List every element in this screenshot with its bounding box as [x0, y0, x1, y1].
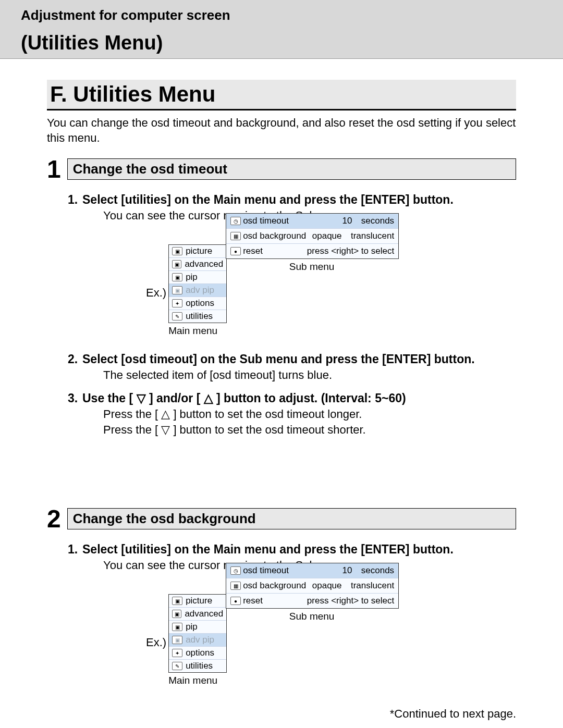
intro-text: You can change the osd timeout and backg…	[47, 116, 516, 145]
reset-icon: ●	[230, 597, 241, 605]
section-title: F. Utilities Menu	[47, 80, 516, 110]
block2-title: Change the osd background	[67, 508, 516, 529]
clock-icon: ◷	[230, 217, 241, 225]
step-2-1: 1. Select [utilities] on the Main menu a…	[68, 542, 516, 557]
step-1-2: 2. Select [osd timeout] on the Sub menu …	[68, 352, 516, 366]
pip-icon: ▣	[172, 623, 182, 631]
example-label-2: Ex.)	[146, 636, 166, 649]
clock-icon: ◷	[230, 566, 241, 575]
step-1-1: 1. Select [utilities] on the Main menu a…	[68, 193, 516, 207]
sub-menu: ◷osd timeout10 seconds ▦osd backgroundop…	[226, 213, 399, 259]
options-icon: ✦	[172, 649, 182, 657]
advanced-icon: ▣	[172, 610, 181, 618]
reset-icon: ●	[230, 247, 241, 255]
advpip-icon: ▣	[172, 286, 182, 294]
example-label: Ex.)	[146, 286, 166, 300]
bg-icon: ▦	[230, 232, 241, 240]
step-1-2-sub: The selected item of [osd timeout] turns…	[103, 368, 516, 382]
block1-title: Change the osd timeout	[67, 158, 516, 180]
utilities-icon: ✎	[172, 312, 182, 320]
sub-menu-label-2: Sub menu	[226, 611, 398, 622]
picture-icon: ▣	[172, 597, 182, 605]
sub-menu-2: ◷osd timeout10 seconds ▦osd backgroundop…	[226, 563, 399, 609]
advanced-icon: ▣	[172, 260, 181, 268]
header-title: Adjustment for computer screen	[21, 7, 547, 23]
header-subtitle: (Utilities Menu)	[21, 32, 547, 58]
main-menu: ▣picture ▣advanced ▣pip ▣adv pip ✦option…	[168, 244, 227, 323]
block1-number: 1	[47, 155, 61, 183]
continued-note: *Continued to next page.	[47, 707, 516, 721]
step-1-3-sub2: Press the [ ▽ ] button to set the osd ti…	[103, 423, 516, 437]
options-icon: ✦	[172, 299, 182, 307]
advpip-icon: ▣	[172, 636, 182, 644]
sub-menu-label: Sub menu	[226, 261, 398, 273]
block2-number: 2	[47, 504, 61, 533]
step-1-3: 3. Use the [ ▽ ] and/or [ △ ] button to …	[68, 391, 516, 405]
main-menu-label: Main menu	[168, 325, 227, 337]
step-1-3-sub1: Press the [ △ ] button to set the osd ti…	[103, 408, 516, 421]
pip-icon: ▣	[172, 273, 182, 281]
bg-icon: ▦	[230, 582, 241, 590]
main-menu-2: ▣picture ▣advanced ▣pip ▣adv pip ✦option…	[168, 594, 227, 673]
main-menu-label-2: Main menu	[168, 675, 227, 686]
picture-icon: ▣	[172, 247, 182, 255]
utilities-icon: ✎	[172, 662, 182, 670]
